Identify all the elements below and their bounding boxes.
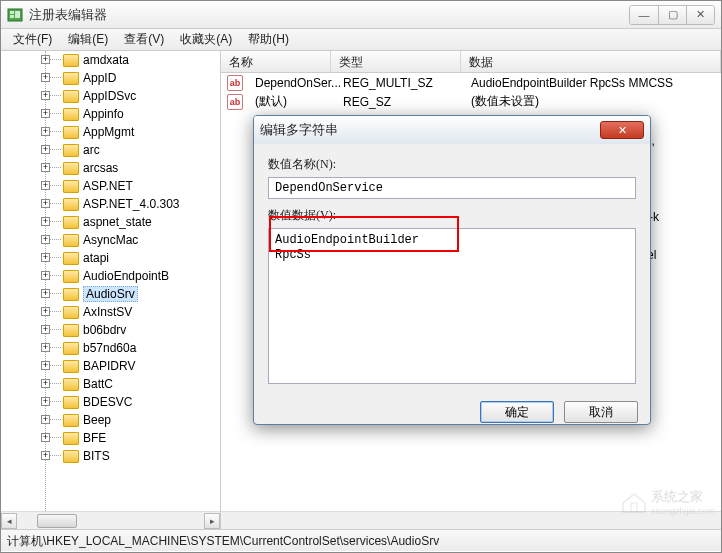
expand-icon[interactable]: + — [41, 379, 50, 388]
expand-icon[interactable]: + — [41, 451, 50, 460]
expand-icon[interactable]: + — [41, 289, 50, 298]
expand-icon[interactable]: + — [41, 181, 50, 190]
tree-item-label: ASP.NET_4.0.303 — [83, 197, 180, 211]
cell-name: (默认) — [247, 93, 335, 110]
value-name-label: 数值名称(N): — [268, 156, 636, 173]
expand-icon[interactable]: + — [41, 217, 50, 226]
folder-icon — [63, 378, 79, 391]
tree-list[interactable]: +amdxata+AppID+AppIDSvc+Appinfo+AppMgmt+… — [1, 51, 220, 511]
folder-icon — [63, 396, 79, 409]
tree-item-appidsvc[interactable]: +AppIDSvc — [1, 87, 220, 105]
tree-item-label: Beep — [83, 413, 111, 427]
value-data-textarea[interactable] — [268, 228, 636, 384]
folder-icon — [63, 432, 79, 445]
close-button[interactable]: ✕ — [686, 6, 714, 24]
tree-item-label: AppID — [83, 71, 116, 85]
tree-item-battc[interactable]: +BattC — [1, 375, 220, 393]
expand-icon[interactable]: + — [41, 91, 50, 100]
tree-item-label: BAPIDRV — [83, 359, 135, 373]
scroll-thumb[interactable] — [37, 514, 77, 528]
tree-item-audioendpointb[interactable]: +AudioEndpointB — [1, 267, 220, 285]
minimize-button[interactable]: — — [630, 6, 658, 24]
menu-view[interactable]: 查看(V) — [116, 29, 172, 50]
expand-icon[interactable]: + — [41, 361, 50, 370]
expand-icon[interactable]: + — [41, 235, 50, 244]
expand-icon[interactable]: + — [41, 397, 50, 406]
folder-icon — [63, 162, 79, 175]
expand-icon[interactable]: + — [41, 199, 50, 208]
expand-icon[interactable]: + — [41, 325, 50, 334]
folder-icon — [63, 144, 79, 157]
expand-icon[interactable]: + — [41, 145, 50, 154]
tree-item-label: BattC — [83, 377, 113, 391]
app-icon — [7, 7, 23, 23]
tree-item-bapidrv[interactable]: +BAPIDRV — [1, 357, 220, 375]
watermark: 系统之家 xitongzhijia.com — [621, 488, 715, 516]
maximize-button[interactable]: ▢ — [658, 6, 686, 24]
expand-icon[interactable]: + — [41, 127, 50, 136]
tree-item-label: b06bdrv — [83, 323, 126, 337]
statusbar: 计算机\HKEY_LOCAL_MACHINE\SYSTEM\CurrentCon… — [1, 529, 721, 551]
menu-help[interactable]: 帮助(H) — [240, 29, 297, 50]
value-name-field[interactable]: DependOnService — [268, 177, 636, 199]
menu-edit[interactable]: 编辑(E) — [60, 29, 116, 50]
tree-item-appid[interactable]: +AppID — [1, 69, 220, 87]
tree-item-asyncmac[interactable]: +AsyncMac — [1, 231, 220, 249]
tree-item-arcsas[interactable]: +arcsas — [1, 159, 220, 177]
folder-icon — [63, 216, 79, 229]
expand-icon[interactable]: + — [41, 55, 50, 64]
list-row[interactable]: ab(默认)REG_SZ(数值未设置) — [221, 92, 721, 111]
folder-icon — [63, 342, 79, 355]
expand-icon[interactable]: + — [41, 433, 50, 442]
tree-item-label: Appinfo — [83, 107, 124, 121]
menu-file[interactable]: 文件(F) — [5, 29, 60, 50]
window-controls: — ▢ ✕ — [629, 5, 715, 25]
cell-type: REG_MULTI_SZ — [335, 76, 463, 90]
folder-icon — [63, 450, 79, 463]
window-title: 注册表编辑器 — [29, 6, 629, 24]
expand-icon[interactable]: + — [41, 307, 50, 316]
tree-item-axinstsv[interactable]: +AxInstSV — [1, 303, 220, 321]
expand-icon[interactable]: + — [41, 163, 50, 172]
expand-icon[interactable]: + — [41, 415, 50, 424]
svg-rect-2 — [10, 15, 14, 18]
folder-icon — [63, 180, 79, 193]
cell-data: (数值未设置) — [463, 93, 721, 110]
scroll-right-icon[interactable]: ▸ — [204, 513, 220, 529]
expand-icon[interactable]: + — [41, 253, 50, 262]
tree-item-b57nd60a[interactable]: +b57nd60a — [1, 339, 220, 357]
tree-item-beep[interactable]: +Beep — [1, 411, 220, 429]
folder-icon — [63, 72, 79, 85]
tree-item-asp.net[interactable]: +ASP.NET — [1, 177, 220, 195]
tree-scrollbar[interactable]: ◂ ▸ — [1, 511, 220, 529]
tree-item-label: AppIDSvc — [83, 89, 136, 103]
tree-item-bits[interactable]: +BITS — [1, 447, 220, 465]
tree-item-label: amdxata — [83, 53, 129, 67]
menu-favorites[interactable]: 收藏夹(A) — [172, 29, 240, 50]
tree-item-audiosrv[interactable]: +AudioSrv — [1, 285, 220, 303]
string-icon: ab — [227, 75, 243, 91]
col-name[interactable]: 名称 — [221, 51, 331, 72]
tree-item-appinfo[interactable]: +Appinfo — [1, 105, 220, 123]
ok-button[interactable]: 确定 — [480, 401, 554, 423]
tree-item-arc[interactable]: +arc — [1, 141, 220, 159]
scroll-left-icon[interactable]: ◂ — [1, 513, 17, 529]
dialog-close-button[interactable]: ✕ — [600, 121, 644, 139]
col-type[interactable]: 类型 — [331, 51, 461, 72]
expand-icon[interactable]: + — [41, 73, 50, 82]
tree-item-bdesvc[interactable]: +BDESVC — [1, 393, 220, 411]
expand-icon[interactable]: + — [41, 271, 50, 280]
list-row[interactable]: abDependOnSer...REG_MULTI_SZAudioEndpoin… — [221, 73, 721, 92]
tree-item-bfe[interactable]: +BFE — [1, 429, 220, 447]
tree-item-amdxata[interactable]: +amdxata — [1, 51, 220, 69]
tree-item-aspnet_state[interactable]: +aspnet_state — [1, 213, 220, 231]
tree-item-asp.net_4.0.303[interactable]: +ASP.NET_4.0.303 — [1, 195, 220, 213]
expand-icon[interactable]: + — [41, 109, 50, 118]
tree-item-appmgmt[interactable]: +AppMgmt — [1, 123, 220, 141]
expand-icon[interactable]: + — [41, 343, 50, 352]
tree-item-label: AxInstSV — [83, 305, 132, 319]
col-data[interactable]: 数据 — [461, 51, 721, 72]
tree-item-b06bdrv[interactable]: +b06bdrv — [1, 321, 220, 339]
cancel-button[interactable]: 取消 — [564, 401, 638, 423]
tree-item-atapi[interactable]: +atapi — [1, 249, 220, 267]
